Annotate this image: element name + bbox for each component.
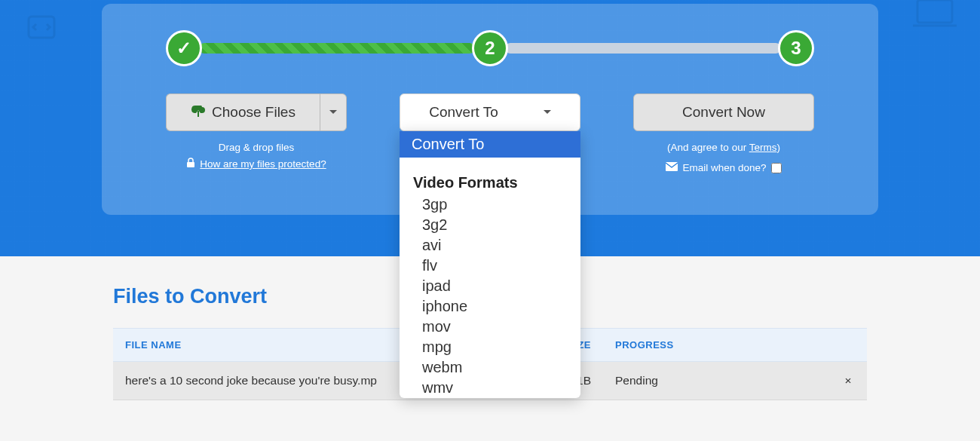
dropdown-group-video: Video Formats xyxy=(400,165,580,194)
convert-to-button[interactable]: Convert To xyxy=(400,93,580,131)
stepper-bar-2 xyxy=(505,43,781,54)
choose-column: Choose Files Drag & drop files How are m… xyxy=(166,93,347,173)
hero-section: ✓ 2 3 Choose Files xyxy=(0,0,980,256)
svg-rect-3 xyxy=(666,162,678,171)
files-title-a: Files to xyxy=(113,285,190,308)
svg-rect-1 xyxy=(917,0,952,23)
convert-now-button[interactable]: Convert Now xyxy=(633,93,814,131)
choose-files-label: Choose Files xyxy=(212,104,296,121)
agree-prefix: (And agree to our xyxy=(667,142,749,153)
files-title-b: Convert xyxy=(190,285,267,308)
lock-icon xyxy=(186,158,195,170)
upload-icon xyxy=(191,106,206,119)
decoration-code-icon xyxy=(23,8,60,48)
format-option-3gp[interactable]: 3gp xyxy=(400,194,580,215)
convert-now-label: Convert Now xyxy=(682,104,765,121)
choose-subtext: Drag & drop files How are my files prote… xyxy=(166,142,347,170)
format-option-webm[interactable]: webm xyxy=(400,357,580,378)
cell-progress: Pending xyxy=(603,362,829,400)
format-option-avi[interactable]: avi xyxy=(400,235,580,256)
column-progress: PROGRESS xyxy=(603,329,829,362)
conversion-panel: ✓ 2 3 Choose Files xyxy=(102,4,878,215)
stepper: ✓ 2 3 xyxy=(166,30,814,66)
remove-file-button[interactable]: × xyxy=(829,362,867,400)
agree-suffix: ) xyxy=(776,142,780,153)
terms-link[interactable]: Terms xyxy=(749,142,777,153)
drag-drop-hint: Drag & drop files xyxy=(166,142,347,153)
email-when-done-checkbox[interactable] xyxy=(771,163,782,173)
format-option-mov[interactable]: mov xyxy=(400,317,580,337)
step-1: ✓ xyxy=(166,30,202,66)
dropdown-header: Convert To xyxy=(400,131,580,158)
format-option-flv[interactable]: flv xyxy=(400,256,580,276)
email-when-done-label: Email when done? xyxy=(682,162,766,173)
format-dropdown: Convert To Video Formats 3gp3g2aviflvipa… xyxy=(400,131,580,398)
action-subtext: (And agree to our Terms) Email when done… xyxy=(633,142,814,173)
action-column: Convert Now (And agree to our Terms) Ema… xyxy=(633,93,814,173)
format-option-wmv[interactable]: wmv xyxy=(400,378,580,398)
step-2: 2 xyxy=(472,30,508,66)
svg-rect-2 xyxy=(187,162,194,167)
chevron-down-icon xyxy=(544,110,551,118)
format-option-iphone[interactable]: iphone xyxy=(400,296,580,317)
convert-to-label: Convert To xyxy=(429,104,498,121)
step-3: 3 xyxy=(778,30,814,66)
chevron-down-icon xyxy=(329,110,337,118)
choose-files-button[interactable]: Choose Files xyxy=(166,93,320,131)
format-option-ipad[interactable]: ipad xyxy=(400,276,580,296)
format-option-3g2[interactable]: 3g2 xyxy=(400,215,580,235)
convert-column: Convert To Convert To Video Formats 3gp3… xyxy=(400,93,580,173)
protection-link[interactable]: How are my files protected? xyxy=(200,158,326,170)
decoration-laptop-icon xyxy=(908,0,961,42)
mail-icon xyxy=(666,162,678,173)
choose-files-dropdown-button[interactable] xyxy=(320,93,347,131)
column-actions xyxy=(829,329,867,362)
stepper-bar-1 xyxy=(199,43,475,54)
format-option-mpg[interactable]: mpg xyxy=(400,337,580,357)
